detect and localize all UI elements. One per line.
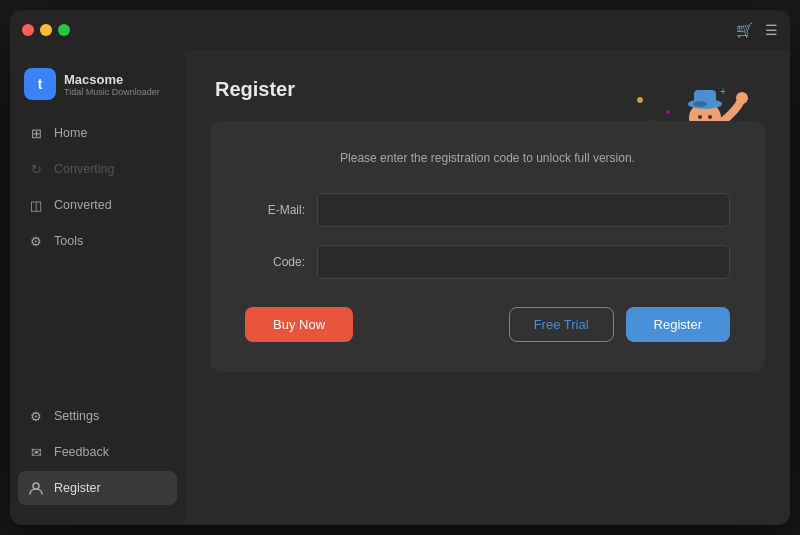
converted-icon: ◫ [28, 197, 44, 213]
svg-point-16 [708, 115, 712, 119]
sidebar-item-tools[interactable]: ⚙ Tools [18, 224, 177, 258]
app-logo: t [24, 68, 56, 100]
register-button[interactable]: Register [626, 307, 730, 342]
feedback-icon: ✉ [28, 444, 44, 460]
sidebar: t Macsome Tidal Music Downloader ⊞ Home … [10, 50, 185, 525]
titlebar-actions: 🛒 ☰ [736, 22, 778, 38]
svg-point-0 [33, 483, 39, 489]
form-actions: Buy Now Free Trial Register [245, 307, 730, 342]
register-card: Please enter the registration code to un… [210, 121, 765, 372]
converted-label: Converted [54, 198, 112, 212]
buy-now-button[interactable]: Buy Now [245, 307, 353, 342]
sidebar-item-feedback[interactable]: ✉ Feedback [18, 435, 177, 469]
email-row: E-Mail: ✉ [245, 193, 730, 227]
settings-label: Settings [54, 409, 99, 423]
email-label: E-Mail: [245, 203, 305, 217]
sidebar-item-home[interactable]: ⊞ Home [18, 116, 177, 150]
svg-point-13 [693, 101, 707, 107]
svg-text:✦: ✦ [665, 108, 672, 117]
email-input-wrapper: ✉ [317, 193, 730, 227]
sidebar-item-settings[interactable]: ⚙ Settings [18, 399, 177, 433]
main-content: + + ♪ [185, 50, 790, 525]
app-name: Macsome [64, 72, 160, 87]
app-title-block: Macsome Tidal Music Downloader [64, 72, 160, 97]
svg-point-1 [637, 97, 643, 103]
code-label: Code: [245, 255, 305, 269]
settings-icon: ⚙ [28, 408, 44, 424]
home-label: Home [54, 126, 87, 140]
sidebar-nav: ⊞ Home ↻ Converting ◫ Converted ⚙ Tools [10, 116, 185, 399]
app-body: t Macsome Tidal Music Downloader ⊞ Home … [10, 50, 790, 525]
register-icon [28, 480, 44, 496]
code-input[interactable] [317, 245, 730, 279]
email-input[interactable] [317, 193, 730, 227]
converting-icon: ↻ [28, 161, 44, 177]
free-trial-button[interactable]: Free Trial [509, 307, 614, 342]
sidebar-item-converted[interactable]: ◫ Converted [18, 188, 177, 222]
tools-label: Tools [54, 234, 83, 248]
logo-letter: t [38, 76, 43, 92]
code-input-wrapper: 🔑 [317, 245, 730, 279]
code-row: Code: 🔑 [245, 245, 730, 279]
sidebar-bottom: ⚙ Settings ✉ Feedback Register [10, 399, 185, 515]
register-nav-label: Register [54, 481, 101, 495]
app-window: 🛒 ☰ t Macsome Tidal Music Downloader ⊞ H… [10, 10, 790, 525]
minimize-button[interactable] [40, 24, 52, 36]
feedback-label: Feedback [54, 445, 109, 459]
svg-point-15 [698, 115, 702, 119]
svg-point-14 [736, 92, 748, 104]
card-instruction: Please enter the registration code to un… [245, 151, 730, 165]
menu-icon[interactable]: ☰ [765, 22, 778, 38]
tools-icon: ⚙ [28, 233, 44, 249]
cart-icon[interactable]: 🛒 [736, 22, 753, 38]
svg-text:+: + [720, 86, 726, 97]
sidebar-item-converting: ↻ Converting [18, 152, 177, 186]
converting-label: Converting [54, 162, 114, 176]
app-subtitle: Tidal Music Downloader [64, 87, 160, 97]
home-icon: ⊞ [28, 125, 44, 141]
traffic-lights [22, 24, 70, 36]
sidebar-item-register[interactable]: Register [18, 471, 177, 505]
close-button[interactable] [22, 24, 34, 36]
titlebar: 🛒 ☰ [10, 10, 790, 50]
maximize-button[interactable] [58, 24, 70, 36]
sidebar-header: t Macsome Tidal Music Downloader [10, 60, 185, 116]
